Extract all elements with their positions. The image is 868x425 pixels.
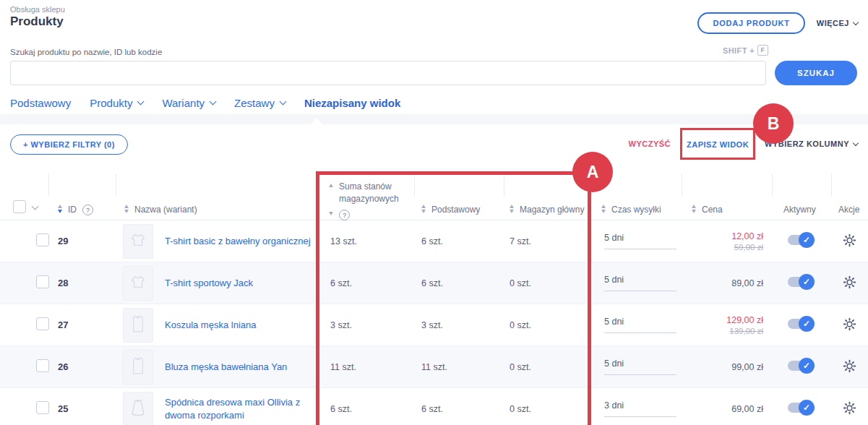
- product-name-link[interactable]: Spódnica dresowa maxi Ollivia z dwoma ro…: [165, 396, 316, 421]
- basic-warehouse-value: 6 szt.: [414, 404, 504, 414]
- sort-control[interactable]: [510, 205, 514, 213]
- sort-control[interactable]: [601, 205, 606, 213]
- keyboard-shortcut-hint: SHIFT + F: [723, 45, 768, 56]
- annotation-badge-a: A: [572, 152, 613, 192]
- more-label: WIĘCEJ: [817, 19, 849, 27]
- active-toggle[interactable]: ✓: [788, 403, 812, 413]
- check-icon: ✓: [799, 400, 815, 416]
- active-tab-notch: [311, 118, 322, 124]
- product-thumbnail: [123, 266, 153, 301]
- table-body: 29 T-shirt basic z bawełny organicznej 1…: [0, 220, 868, 425]
- stock-sum-value: 6 szt.: [316, 404, 414, 414]
- shipping-time-field[interactable]: 5 dni: [604, 233, 676, 249]
- more-menu-button[interactable]: WIĘCEJ: [817, 19, 858, 27]
- chevron-down-icon: [210, 98, 217, 106]
- help-icon[interactable]: ?: [339, 210, 350, 220]
- tshirt-icon: [130, 232, 146, 250]
- check-icon: ✓: [799, 274, 815, 290]
- shipping-time-field[interactable]: 3 dni: [604, 400, 676, 417]
- active-toggle[interactable]: ✓: [788, 319, 812, 329]
- shipping-time-field[interactable]: 5 dni: [604, 317, 676, 333]
- main-warehouse-value: 0 szt.: [504, 404, 591, 414]
- tab-zestawy[interactable]: Zestawy: [234, 97, 285, 109]
- product-name-link[interactable]: Bluza męska bawełniana Yan: [165, 361, 287, 374]
- main-warehouse-value: 0 szt.: [504, 362, 591, 372]
- main-warehouse-value: 0 szt.: [504, 278, 591, 288]
- select-all-checkbox[interactable]: [13, 200, 26, 213]
- row-settings-button[interactable]: [843, 275, 856, 291]
- product-thumbnail: [123, 392, 153, 425]
- row-settings-button[interactable]: [843, 401, 856, 417]
- product-name-link[interactable]: T-shirt sportowy Jack: [165, 277, 253, 290]
- row-settings-button[interactable]: [843, 233, 856, 249]
- active-toggle[interactable]: ✓: [788, 361, 812, 371]
- tab-podstawowy[interactable]: Podstawowy: [10, 97, 71, 109]
- sort-control[interactable]: [329, 181, 333, 220]
- header-actions: DODAJ PRODUKT WIĘCEJ: [697, 12, 858, 34]
- tshirt-icon: [130, 274, 146, 292]
- breadcrumb: Obsługa sklepu: [10, 5, 65, 14]
- row-checkbox[interactable]: [36, 401, 49, 414]
- product-name-link[interactable]: Koszula męska lniana: [165, 319, 256, 332]
- row-checkbox[interactable]: [36, 233, 49, 246]
- section-divider-band: [0, 114, 868, 124]
- price: 12,00 zł 59,00 zł: [682, 231, 772, 252]
- stock-sum-value: 11 szt.: [316, 362, 414, 372]
- column-header-active: Aktywny: [772, 173, 831, 226]
- chevron-down-icon: [853, 139, 859, 145]
- active-toggle[interactable]: ✓: [788, 277, 812, 287]
- save-view-button[interactable]: ZAPISZ WIDOK: [687, 140, 749, 149]
- choose-filters-button[interactable]: + WYBIERZ FILTRY (0): [10, 134, 128, 155]
- clear-button[interactable]: WYCZYŚĆ: [629, 139, 671, 148]
- skirt-icon: [130, 399, 146, 418]
- table-toolbar: WYCZYŚĆ ZAPISZ WIDOK WYBIERZ KOLUMNY: [629, 129, 858, 159]
- product-name-link[interactable]: T-shirt basic z bawełny organicznej: [165, 235, 311, 248]
- table-row: 27 Koszula męska lniana 3 szt. 3 szt. 0 …: [0, 304, 868, 346]
- row-checkbox[interactable]: [36, 317, 49, 330]
- table-header-row: ID ? Nazwa (wariant) Suma stanów magazyn…: [0, 173, 868, 220]
- product-id: 26: [48, 361, 116, 372]
- tab-niezapisany-widok[interactable]: Niezapisany widok: [304, 97, 400, 109]
- column-header-stock-sum: Suma stanów magazynowych ?: [316, 173, 414, 226]
- sort-control[interactable]: [692, 205, 696, 213]
- sort-control[interactable]: [58, 205, 62, 213]
- sort-control[interactable]: [124, 205, 129, 213]
- table-row: 28 T-shirt sportowy Jack 6 szt. 6 szt. 0…: [0, 262, 868, 304]
- old-price: 139,00 zł: [682, 327, 763, 335]
- select-menu-chevron-icon[interactable]: [32, 203, 39, 210]
- table-row: 26 Bluza męska bawełniana Yan 11 szt. 11…: [0, 346, 868, 388]
- help-icon[interactable]: ?: [82, 205, 93, 215]
- add-product-button[interactable]: DODAJ PRODUKT: [697, 12, 804, 34]
- tab-produkty[interactable]: Produkty: [90, 97, 143, 109]
- column-header-price: Cena: [682, 173, 772, 226]
- basic-warehouse-value: 3 szt.: [414, 320, 504, 330]
- shipping-time-field[interactable]: 5 dni: [604, 275, 676, 291]
- gear-icon: [843, 359, 856, 375]
- column-header-name: Nazwa (wariant): [116, 173, 316, 226]
- gear-icon: [843, 233, 856, 249]
- shipping-time-field[interactable]: 5 dni: [604, 359, 676, 375]
- sort-control[interactable]: [421, 205, 426, 213]
- row-settings-button[interactable]: [843, 317, 856, 333]
- shirt-icon: [132, 314, 145, 336]
- gear-icon: [843, 275, 856, 291]
- products-table: ID ? Nazwa (wariant) Suma stanów magazyn…: [0, 173, 868, 425]
- shirt-icon: [132, 356, 145, 378]
- active-toggle[interactable]: ✓: [788, 235, 812, 245]
- annotation-box-b: ZAPISZ WIDOK: [680, 128, 755, 160]
- product-id: 25: [48, 403, 116, 414]
- page-title: Produkty: [10, 14, 64, 29]
- search-button[interactable]: SZUKAJ: [775, 61, 857, 85]
- search-input[interactable]: [10, 61, 766, 85]
- row-checkbox[interactable]: [36, 359, 49, 372]
- column-header-actions: Akcje: [831, 173, 868, 226]
- price: 129,00 zł 139,00 zł: [682, 315, 772, 335]
- stock-sum-value: 6 szt.: [316, 278, 414, 288]
- tab-warianty[interactable]: Warianty: [162, 97, 215, 109]
- column-header-id: ID ?: [48, 173, 116, 226]
- row-settings-button[interactable]: [843, 359, 856, 375]
- row-checkbox[interactable]: [36, 275, 49, 288]
- chevron-down-icon: [279, 98, 286, 106]
- main-warehouse-value: 0 szt.: [504, 320, 591, 330]
- product-thumbnail: [123, 350, 153, 385]
